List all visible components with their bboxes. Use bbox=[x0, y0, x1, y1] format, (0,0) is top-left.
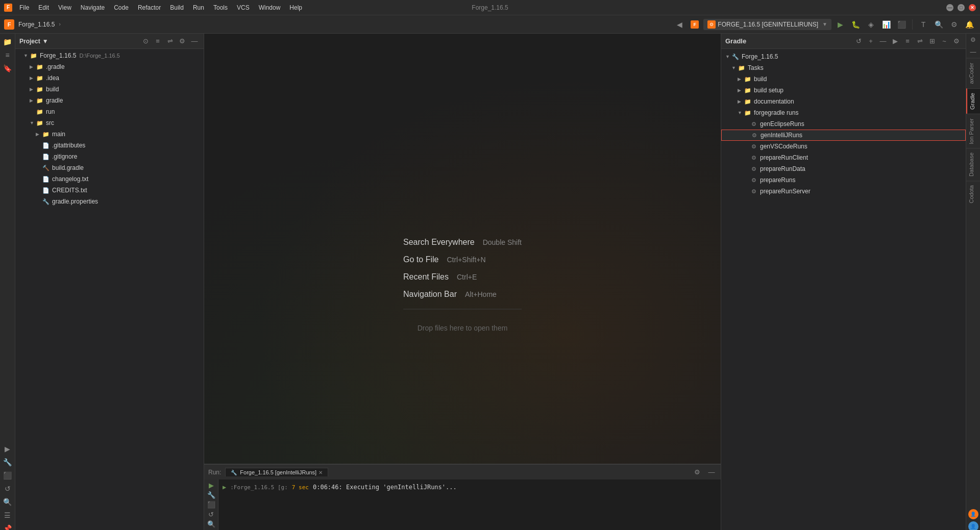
tree-item-gitignore[interactable]: 📄 .gitignore bbox=[15, 151, 204, 162]
console-stop-icon[interactable]: ⬛ bbox=[206, 501, 216, 509]
menu-build[interactable]: Build bbox=[166, 3, 188, 12]
gradle-collapse-btn[interactable]: — bbox=[878, 36, 888, 46]
gradle-list-btn[interactable]: ≡ bbox=[902, 36, 913, 46]
gradle-filter-btn[interactable]: ~ bbox=[939, 36, 949, 46]
tree-item-src[interactable]: ▼ 📁 src bbox=[15, 117, 204, 129]
sidebar-reload-icon[interactable]: ↺ bbox=[2, 483, 14, 495]
right-strip-user-icon1[interactable]: 👤 bbox=[968, 509, 978, 519]
menu-vcs[interactable]: VCS bbox=[233, 3, 254, 12]
tree-item-gradle[interactable]: ▶ 📁 gradle bbox=[15, 95, 204, 106]
tree-item-idea[interactable]: ▶ 📁 .idea bbox=[15, 72, 204, 84]
tree-item-run[interactable]: 📁 run bbox=[15, 106, 204, 117]
console-wrench-icon[interactable]: 🔧 bbox=[206, 491, 216, 499]
right-tab-database[interactable]: Database bbox=[966, 148, 980, 181]
gradle-add-btn[interactable]: + bbox=[866, 36, 876, 46]
gradle-gen-intellij-item[interactable]: ⚙ genIntelliJRuns bbox=[721, 130, 966, 141]
run-with-coverage-btn[interactable]: ◈ bbox=[864, 18, 877, 31]
run-settings-btn[interactable]: ⚙ bbox=[692, 467, 702, 477]
gradle-gen-eclipse-item[interactable]: ⚙ genEclipseRuns bbox=[721, 118, 966, 130]
project-collapse-all-btn[interactable]: ≡ bbox=[153, 36, 163, 46]
menu-code[interactable]: Code bbox=[110, 3, 133, 12]
menu-tools[interactable]: Tools bbox=[209, 3, 232, 12]
gradle-build-setup-folder[interactable]: ▶ 📁 build setup bbox=[721, 85, 966, 96]
console-run-icon[interactable]: ▶ bbox=[206, 482, 216, 489]
right-strip-user-icon2[interactable]: 👤 bbox=[968, 521, 978, 530]
sidebar-find-icon[interactable]: 🔍 bbox=[2, 496, 14, 508]
notifications-btn[interactable]: 🔔 bbox=[963, 18, 976, 31]
gradle-expand-btn[interactable]: ⇌ bbox=[915, 36, 925, 46]
tree-item-gradle-properties[interactable]: 🔧 gradle.properties bbox=[15, 196, 204, 207]
menu-refactor[interactable]: Refactor bbox=[134, 3, 165, 12]
run-tab-label: Forge_1.16.5 [genIntelliJRuns] bbox=[240, 469, 316, 475]
right-tab-codota[interactable]: Codota bbox=[966, 181, 980, 207]
gradle-prepare-client-item[interactable]: ⚙ prepareRunClient bbox=[721, 152, 966, 163]
gradle-prepare-data-item[interactable]: ⚙ prepareRunData bbox=[721, 163, 966, 174]
run-button[interactable]: ▶ bbox=[834, 18, 847, 31]
gradle-prepare-runs-item[interactable]: ⚙ prepareRuns bbox=[721, 174, 966, 186]
sidebar-bookmarks-icon[interactable]: 🔖 bbox=[2, 62, 14, 74]
tree-item-gradle-hidden[interactable]: ▶ 📁 .gradle bbox=[15, 61, 204, 72]
tree-item-changelog[interactable]: 📄 changelog.txt bbox=[15, 173, 204, 185]
menu-navigate[interactable]: Navigate bbox=[77, 3, 109, 12]
gradle-forgegradle-folder[interactable]: ▼ 📁 forgegradle runs bbox=[721, 107, 966, 118]
tree-item-build[interactable]: ▶ 📁 build bbox=[15, 84, 204, 95]
gradle-prepare-server-item[interactable]: ⚙ prepareRunServer bbox=[721, 186, 966, 197]
search-everywhere-btn[interactable]: 🔍 bbox=[932, 18, 945, 31]
sidebar-project-icon[interactable]: 📁 bbox=[2, 36, 14, 48]
gradle-build-folder[interactable]: ▶ 📁 build bbox=[721, 73, 966, 85]
tree-item-build-gradle[interactable]: 🔨 build.gradle bbox=[15, 162, 204, 173]
gradle-settings-btn[interactable]: ⚙ bbox=[951, 36, 962, 46]
run-active-tab[interactable]: 🔧 Forge_1.16.5 [genIntelliJRuns] ✕ bbox=[225, 468, 328, 476]
menu-edit[interactable]: Edit bbox=[34, 3, 53, 12]
run-config-selector[interactable]: ⚙ FORGE_1.16.5 [GENINTELLIRUNS] ▼ bbox=[703, 19, 831, 30]
sidebar-structure-icon[interactable]: ≡ bbox=[2, 49, 14, 61]
menu-run[interactable]: Run bbox=[189, 3, 208, 12]
run-tab-close-btn[interactable]: ✕ bbox=[318, 470, 323, 475]
minimize-button[interactable]: — bbox=[946, 4, 953, 11]
sidebar-pin-icon[interactable]: 📌 bbox=[2, 522, 14, 530]
project-settings-btn[interactable]: ⚙ bbox=[177, 36, 187, 46]
gradle-tasks-item[interactable]: ▼ 📁 Tasks bbox=[721, 62, 966, 73]
profile-button[interactable]: 📊 bbox=[879, 18, 893, 31]
gradle-group-btn[interactable]: ⊞ bbox=[927, 36, 937, 46]
gradle-documentation-folder[interactable]: ▶ 📁 documentation bbox=[721, 96, 966, 107]
menu-window[interactable]: Window bbox=[255, 3, 285, 12]
left-sidebar: 📁 ≡ 🔖 ▶ 🔧 ⬛ ↺ 🔍 ☰ 📌 bbox=[0, 34, 15, 530]
menu-file[interactable]: File bbox=[15, 3, 33, 12]
project-panel-title[interactable]: Project ▼ bbox=[19, 38, 48, 45]
gradle-root-item[interactable]: ▼ 🔧 Forge_1.16.5 bbox=[721, 51, 966, 62]
translate-btn[interactable]: T bbox=[917, 18, 930, 31]
tree-item-gitattributes[interactable]: 📄 .gitattributes bbox=[15, 140, 204, 151]
gradle-refresh-btn[interactable]: ↺ bbox=[853, 36, 864, 46]
toolbar-navigate-back-btn[interactable]: ◀ bbox=[673, 18, 686, 31]
close-button[interactable]: ✕ bbox=[969, 4, 976, 11]
console-reload-icon[interactable]: ↺ bbox=[206, 511, 216, 518]
tree-item-credits[interactable]: 📄 CREDITS.txt bbox=[15, 185, 204, 196]
ide-toolbar: F Forge_1.16.5 › ◀ F ⚙ FORGE_1.16.5 [GEN… bbox=[0, 15, 980, 34]
sidebar-wrench-icon[interactable]: 🔧 bbox=[2, 456, 14, 468]
run-minimize-btn[interactable]: — bbox=[706, 467, 717, 477]
menu-help[interactable]: Help bbox=[285, 3, 306, 12]
sidebar-stop-icon[interactable]: ⬛ bbox=[2, 469, 14, 482]
project-scroll-from-source-btn[interactable]: ⊙ bbox=[140, 36, 151, 46]
tree-item-main[interactable]: ▶ 📁 main bbox=[15, 129, 204, 140]
settings-btn[interactable]: ⚙ bbox=[947, 18, 961, 31]
tree-item-root[interactable]: ▼ 📁 Forge_1.16.5 D:\Forge_1.16.5 bbox=[15, 50, 204, 61]
maximize-button[interactable]: □ bbox=[958, 4, 965, 11]
project-expand-btn[interactable]: ⇌ bbox=[165, 36, 175, 46]
stop-button[interactable]: ⬛ bbox=[895, 18, 908, 31]
gradle-gen-vscode-item[interactable]: ⚙ genVSCodeRuns bbox=[721, 141, 966, 152]
sidebar-list-icon[interactable]: ☰ bbox=[2, 509, 14, 521]
right-tab-ionparser[interactable]: Ion Parser bbox=[966, 114, 980, 148]
right-strip-settings[interactable]: ⚙ bbox=[966, 34, 980, 46]
toolbar-logo2-btn[interactable]: F bbox=[688, 18, 701, 31]
right-tab-gradle[interactable]: Gradle bbox=[966, 88, 980, 114]
debug-button[interactable]: 🐛 bbox=[849, 18, 862, 31]
sidebar-run-icon[interactable]: ▶ bbox=[2, 443, 14, 455]
gradle-run-all-btn[interactable]: ▶ bbox=[890, 36, 900, 46]
right-strip-minimize[interactable]: — bbox=[966, 46, 980, 58]
right-tab-axcoder[interactable]: axCoder bbox=[966, 58, 980, 88]
console-find-icon[interactable]: 🔍 bbox=[206, 520, 216, 528]
menu-view[interactable]: View bbox=[54, 3, 76, 12]
project-minimize-btn[interactable]: — bbox=[189, 36, 200, 46]
